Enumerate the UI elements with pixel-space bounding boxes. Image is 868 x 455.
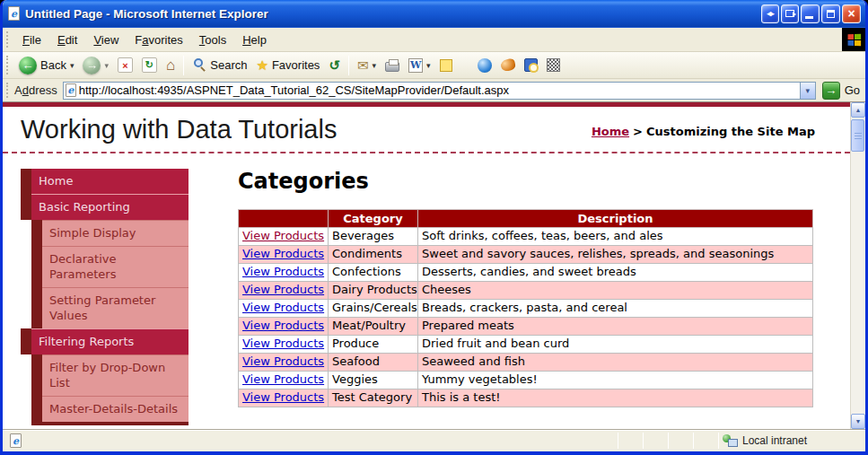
forward-icon: → (83, 57, 101, 74)
view-products-link[interactable]: View Products (242, 354, 324, 368)
search-button[interactable]: Search (188, 57, 251, 74)
close-button[interactable]: × (842, 4, 861, 23)
category-cell: Grains/Cereals (329, 300, 418, 318)
view-products-link[interactable]: View Products (242, 265, 324, 278)
description-cell: Prepared meats (418, 318, 813, 336)
sidebar-item-filtering-reports[interactable]: Filtering Reports (21, 328, 189, 354)
description-cell: Cheeses (418, 282, 813, 300)
document-done-icon: e (10, 433, 22, 448)
forward-dropdown-icon[interactable]: ▾ (104, 61, 109, 70)
sidebar-item-basic-reporting[interactable]: Basic Reporting (21, 194, 189, 220)
local-intranet-icon (723, 434, 738, 447)
view-products-link[interactable]: View Products (242, 283, 324, 296)
sidebar-item-setting-parameter-values[interactable]: Setting Parameter Values (21, 287, 189, 328)
scroll-up-button[interactable]: ▲ (851, 102, 865, 118)
favorites-button[interactable]: ★ Favorites (251, 56, 324, 75)
nav-accent-block (31, 354, 42, 396)
menu-favorites[interactable]: Favorites (127, 30, 190, 50)
minimize-button[interactable] (801, 4, 820, 23)
back-dropdown-icon[interactable]: ▾ (70, 61, 75, 70)
categories-table: Category Description View Products Bever… (238, 209, 813, 407)
browser-window: e Untitled Page - Microsoft Internet Exp… (0, 0, 868, 455)
messenger-button[interactable] (473, 57, 496, 74)
menu-view[interactable]: View (85, 30, 127, 50)
category-cell: Test Category (329, 389, 418, 407)
status-panel (644, 433, 668, 449)
view-products-link[interactable]: View Products (242, 337, 324, 350)
vertical-scrollbar[interactable]: ▲ ▼ (850, 102, 865, 429)
addon-fox-button[interactable] (496, 57, 520, 73)
nav-accent-block (31, 396, 42, 422)
category-cell: Dairy Products (329, 282, 418, 300)
sidebar-item-label: Filter by Drop-Down List (42, 354, 189, 396)
scroll-down-button[interactable]: ▼ (851, 414, 865, 429)
word-dropdown-icon[interactable]: ▾ (426, 61, 431, 70)
sidebar-item-filter-by-drop-down-list[interactable]: Filter by Drop-Down List (21, 354, 189, 396)
sidebar-item-label: Setting Parameter Values (42, 287, 189, 328)
view-products-link[interactable]: View Products (242, 229, 324, 242)
view-products-link[interactable]: View Products (242, 247, 324, 260)
menu-bar: File Edit View Favorites Tools Help (3, 27, 865, 52)
mail-dropdown-icon[interactable]: ▾ (373, 61, 377, 70)
forward-button[interactable]: → ▾ (78, 55, 113, 76)
breadcrumb-home-link[interactable]: Home (592, 125, 629, 138)
back-button[interactable]: ← Back ▾ (14, 55, 78, 76)
address-dropdown-button[interactable]: ▾ (800, 83, 815, 99)
security-zone-cell: Local intranet (719, 433, 852, 449)
refresh-button[interactable]: ↻ (137, 56, 162, 74)
menu-help[interactable]: Help (234, 30, 275, 50)
browser-viewport: Working with Data Tutorials Home>Customi… (3, 102, 865, 429)
fox-icon (499, 57, 515, 72)
discuss-button[interactable] (435, 57, 457, 74)
address-input-box: e ▾ (63, 82, 816, 100)
window-title: Untitled Page - Microsoft Internet Explo… (25, 7, 761, 21)
status-panel (669, 433, 693, 449)
description-cell: This is a test! (418, 389, 813, 407)
horizontal-arrows-button[interactable]: ◂▸ (761, 4, 779, 23)
description-cell: Soft drinks, coffees, teas, beers, and a… (418, 228, 813, 246)
sidebar-item-simple-display[interactable]: Simple Display (21, 220, 189, 246)
mail-button[interactable]: ✉ ▾ (353, 56, 381, 75)
go-button[interactable]: → Go (822, 82, 860, 100)
toolbar-separator (183, 56, 184, 75)
resize-grip[interactable] (852, 440, 864, 451)
description-cell: Breads, crackers, pasta, and cereal (418, 300, 813, 318)
back-label: Back (40, 58, 66, 72)
view-products-link[interactable]: View Products (242, 319, 324, 332)
category-cell: Beverages (329, 228, 418, 246)
address-input[interactable] (79, 83, 800, 98)
addressbar-grip[interactable] (6, 83, 11, 99)
sidebar-item-master-details-details[interactable]: Master-Details-Details (21, 396, 189, 422)
title-bar[interactable]: e Untitled Page - Microsoft Internet Exp… (3, 0, 865, 27)
toolbar-grip[interactable] (6, 56, 11, 74)
windows-logo (842, 28, 865, 51)
breadcrumb-separator: > (633, 125, 643, 138)
print-icon (385, 62, 399, 72)
scrollbar-track[interactable] (851, 118, 865, 414)
menu-file[interactable]: File (14, 30, 49, 50)
print-button[interactable] (381, 57, 404, 74)
menu-tools[interactable]: Tools (191, 30, 234, 50)
nav-accent-block (21, 328, 31, 354)
maximize-button[interactable] (821, 4, 840, 23)
view-products-link[interactable]: View Products (242, 372, 324, 386)
stop-button[interactable]: × (113, 56, 137, 74)
page-title: Categories (238, 169, 812, 194)
history-icon: ↺ (329, 57, 340, 74)
view-products-link[interactable]: View Products (242, 301, 324, 314)
status-panel (694, 433, 718, 449)
addon-grid-button[interactable] (542, 57, 565, 74)
edit-with-word-button[interactable]: W ▾ (404, 57, 435, 74)
scrollbar-thumb[interactable] (851, 119, 864, 152)
menu-edit[interactable]: Edit (49, 30, 85, 50)
table-row: View Products Veggies Yummy vegetables! (239, 372, 813, 389)
home-button[interactable]: ⌂ (162, 56, 180, 74)
sidebar-item-declarative-parameters[interactable]: Declarative Parameters (21, 246, 189, 287)
research-button[interactable] (520, 57, 542, 74)
description-cell: Dried fruit and bean curd (418, 336, 813, 354)
history-button[interactable]: ↺ (324, 56, 345, 75)
menubar-grip[interactable] (6, 31, 11, 48)
sidebar-item-home[interactable]: Home (21, 169, 189, 194)
view-products-link[interactable]: View Products (242, 390, 324, 404)
popout-window-button[interactable] (781, 4, 799, 23)
